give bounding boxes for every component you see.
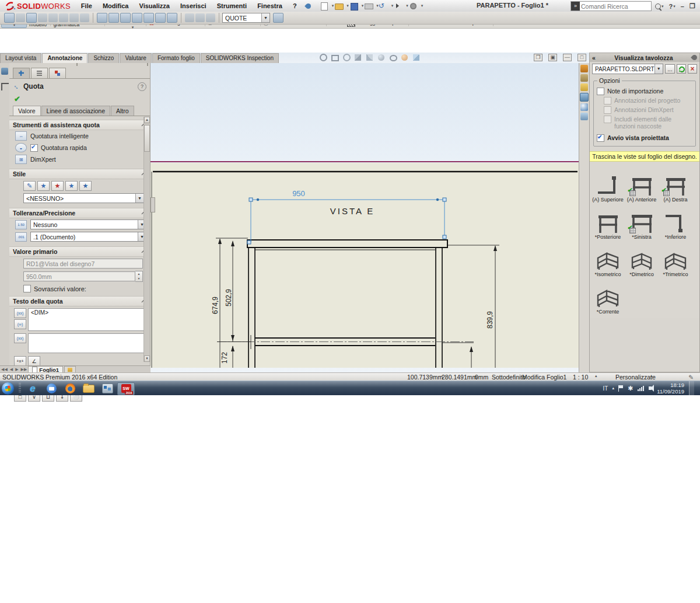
next-sheet-icon[interactable]: ▶ (15, 367, 18, 372)
dimension-style-combo[interactable]: QUOTE ▼ (222, 13, 270, 23)
search-scope-icon[interactable]: » (571, 2, 580, 11)
tab-solidworks-inspection[interactable]: SOLIDWORKS Inspection (201, 53, 279, 63)
close-palette-icon[interactable]: × (688, 64, 697, 74)
pin-menubar-icon[interactable] (304, 2, 312, 10)
doc-minimize-icon[interactable]: — (563, 54, 572, 61)
view-notes-icon[interactable] (16, 13, 25, 22)
view-thumbnail-posteriore[interactable]: *Posteriore (591, 203, 625, 240)
menu-help[interactable]: ? (293, 2, 297, 9)
file-explorer-icon[interactable] (580, 83, 588, 91)
line-format-icon[interactable] (108, 13, 119, 23)
select-cursor-icon[interactable] (393, 2, 403, 11)
view-thumbnail-superiore[interactable]: (A) Superiore (591, 165, 625, 203)
language-indicator[interactable]: IT (603, 385, 608, 392)
chevron-down-icon[interactable]: ▾ (132, 25, 134, 30)
solidworks-taskbar-icon[interactable]: SW 2016 (117, 382, 135, 395)
view-thumbnail-isometrico[interactable]: *Isometrico (591, 240, 625, 277)
row-dimxpert[interactable]: ⊞ DimXpert (9, 154, 150, 165)
opt-note-importazione[interactable]: Note di importazione (597, 88, 692, 95)
resources-home-icon[interactable] (580, 65, 588, 72)
pin-pane-icon[interactable] (691, 54, 698, 61)
action-center-flag-icon[interactable] (618, 385, 624, 392)
first-sheet-icon[interactable]: ◀◀ (1, 367, 8, 372)
dimension-502-9[interactable]: 502,9 (225, 289, 233, 306)
row-quotatura-rapida[interactable]: ◒ Quotatura rapida (9, 142, 150, 154)
view-datums-icon[interactable] (48, 13, 58, 22)
previous-view-icon[interactable] (343, 54, 351, 62)
tab-configurations[interactable] (49, 68, 66, 78)
line-style-icon[interactable] (144, 13, 154, 23)
dimension-839-9[interactable]: 839,9 (486, 311, 494, 329)
taskbar-clock[interactable]: 18:19 11/09/2019 (657, 382, 684, 395)
minimize-icon[interactable]: – (681, 3, 684, 10)
zoom-fit-icon[interactable] (320, 54, 328, 62)
view-thumbnail-anteriore[interactable]: ✔ (A) Anteriore (625, 165, 659, 203)
menu-visualizza[interactable]: Visualizza (139, 2, 170, 9)
doc-maximize-icon[interactable]: □ (578, 54, 586, 61)
prev-sheet-icon[interactable]: ◀ (10, 367, 13, 372)
menu-strumenti[interactable]: Strumenti (217, 2, 247, 9)
scale-spinner-icon[interactable]: ▴ (595, 374, 597, 378)
row-quotatura-intelligente[interactable]: ⇔ Quotatura intelligente (9, 130, 150, 142)
help-icon[interactable]: ? (669, 3, 673, 10)
menu-file[interactable]: File (81, 2, 92, 9)
refresh-icon[interactable] (677, 64, 686, 74)
style-load-icon[interactable]: ★ (79, 181, 92, 191)
import-annotations-checkbox[interactable] (597, 88, 604, 95)
doc-new-window-icon[interactable]: ▣ (548, 54, 557, 61)
show-desktop-button[interactable] (689, 381, 694, 395)
search-box[interactable]: » (570, 1, 652, 11)
view-curves-icon[interactable] (80, 13, 89, 22)
subtab-altro[interactable]: Altro (111, 106, 134, 116)
print-icon[interactable] (363, 2, 373, 11)
color-display-icon[interactable] (167, 13, 177, 23)
tab-layout-vista[interactable]: Layout vista (0, 53, 41, 63)
dim-text-var2-icon[interactable]: (xx) (14, 333, 26, 343)
design-library-icon[interactable] (580, 74, 588, 82)
browse-button[interactable]: ... (665, 64, 676, 74)
override-checkbox[interactable] (23, 285, 31, 292)
last-sheet-icon[interactable]: ▶▶ (21, 367, 27, 372)
view-thumbnail-destra[interactable]: ✔ (A) Destra (659, 165, 692, 203)
style-save-icon[interactable] (273, 13, 284, 23)
view-weld-icon[interactable] (59, 13, 68, 22)
opt-avvio-vista[interactable]: Avvio vista proiettata (597, 134, 692, 142)
view-dimensions-icon[interactable] (26, 13, 37, 23)
section-tolleranza-header[interactable]: Tolleranza/Precisione (9, 208, 150, 218)
combo-dropdown-icon[interactable]: ▼ (654, 64, 663, 74)
display-style-icon[interactable] (378, 54, 386, 62)
view-thumbnail-trimetrico[interactable]: *Trimetrico (659, 240, 692, 277)
internet-explorer-icon[interactable]: e (24, 382, 41, 395)
start-button[interactable] (2, 382, 14, 395)
format-paste-icon[interactable] (206, 13, 215, 22)
view-palette-icon[interactable] (580, 93, 589, 102)
doc-restore-icon[interactable]: ❐ (534, 54, 542, 61)
options-gear-icon[interactable] (408, 2, 418, 11)
view-label[interactable]: VISTA E (317, 206, 387, 216)
tab-propertymanager[interactable] (13, 68, 30, 78)
format-painter-icon[interactable] (185, 13, 194, 22)
view-orientation-icon[interactable] (366, 54, 374, 62)
drawing-viewport[interactable]: 950 VISTA E 674,9 502,9 172 839,9 (150, 63, 579, 372)
section-assist-header[interactable]: Strumenti di assistenza quota (9, 120, 150, 130)
zoom-area-icon[interactable] (331, 54, 340, 62)
text-angle-icon[interactable]: ∠ (28, 356, 40, 366)
pm-help-icon[interactable]: ? (138, 82, 146, 91)
view-thumbnail-sinistra[interactable]: ✔ *Sinistra (625, 203, 659, 240)
units-spinner-icon[interactable]: ▴ (650, 374, 653, 378)
dim-text-var-icon[interactable]: (xx) (14, 308, 26, 318)
layer-properties-icon[interactable] (97, 13, 107, 23)
palette-file-combo[interactable]: PARAPETTO.SLDPRT ▼ (592, 64, 663, 74)
undo-icon[interactable]: ↺ (379, 2, 388, 11)
dim-text-area[interactable]: <DIM> (28, 308, 144, 331)
tab-featuremanager[interactable] (31, 68, 48, 78)
section-valore-primario-header[interactable]: Valore primario (9, 246, 150, 257)
dimension-950[interactable]: 950 (288, 189, 309, 198)
save-icon[interactable] (349, 2, 359, 11)
hidden-icons-chevron[interactable]: ▴ (612, 386, 614, 391)
dim-text-link-icon[interactable]: (∞) (14, 319, 26, 329)
section-view-icon[interactable] (355, 54, 363, 62)
tab-formato-foglio[interactable]: Formato foglio (152, 53, 200, 63)
style-combo[interactable]: <NESSUNO> ▼ (23, 193, 144, 203)
menu-inserisci[interactable]: Inserisci (180, 2, 206, 9)
